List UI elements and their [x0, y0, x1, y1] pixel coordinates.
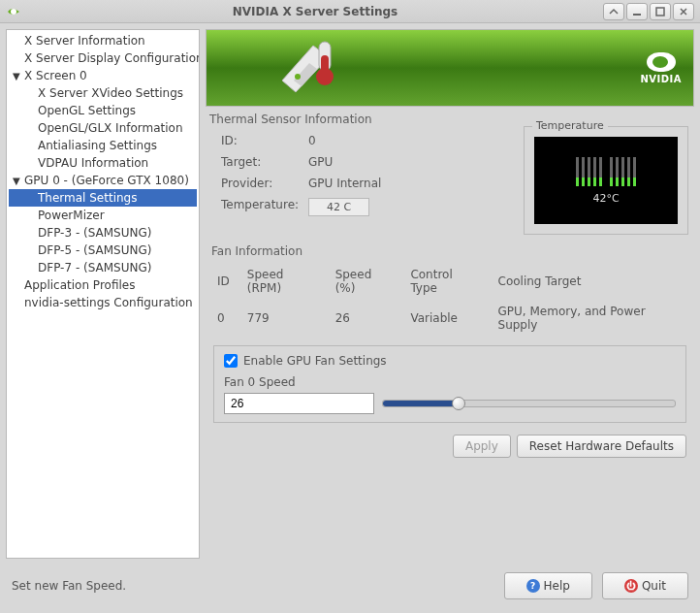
sidebar-item-3[interactable]: X Server XVideo Settings [9, 84, 197, 102]
close-button[interactable] [673, 3, 694, 20]
window-title: NVIDIA X Server Settings [233, 5, 398, 18]
thermal-id-label: ID: [221, 134, 308, 147]
apply-button[interactable]: Apply [453, 435, 511, 458]
fan-speed-label: Fan 0 Speed [224, 375, 676, 389]
app-icon [6, 4, 21, 19]
svg-rect-1 [633, 14, 641, 16]
sidebar-item-label: Thermal Settings [38, 191, 137, 205]
sidebar-item-10[interactable]: PowerMizer [9, 207, 197, 224]
thermal-temp-badge: 42 C [308, 198, 369, 216]
power-icon: ⏻ [624, 579, 638, 593]
titlebar: NVIDIA X Server Settings [0, 0, 700, 23]
sidebar-item-6[interactable]: Antialiasing Settings [9, 137, 197, 154]
thermal-temp-label: Temperature: [221, 198, 308, 216]
thermal-target-label: Target: [221, 155, 308, 169]
temperature-box-label: Temperature [532, 119, 608, 132]
sidebar-item-label: GPU 0 - (GeForce GTX 1080) [24, 174, 189, 187]
sidebar-item-0[interactable]: X Server Information [9, 32, 197, 49]
sidebar-item-label: OpenGL/GLX Information [38, 121, 183, 135]
fan-table: ID Speed (RPM) Speed (%) Control Type Co… [211, 262, 688, 338]
sidebar-item-9[interactable]: Thermal Settings [9, 189, 197, 207]
svg-point-8 [316, 68, 334, 85]
sidebar-item-label: OpenGL Settings [38, 104, 136, 117]
enable-fan-label: Enable GPU Fan Settings [243, 354, 387, 368]
svg-point-5 [295, 74, 301, 80]
fan-th-pct: Speed (%) [332, 264, 405, 299]
sidebar-item-label: Application Profiles [24, 278, 135, 292]
fan-th-ctrl: Control Type [406, 264, 492, 299]
thermal-id-value: 0 [308, 134, 316, 147]
sidebar-item-4[interactable]: OpenGL Settings [9, 102, 197, 119]
quit-button[interactable]: ⏻ Quit [602, 572, 688, 599]
temperature-box: Temperature 42°C [524, 126, 688, 235]
fan-target: GPU, Memory, and Power Supply [494, 301, 686, 336]
thermal-provider-label: Provider: [221, 177, 308, 190]
fan-id: 0 [213, 301, 241, 336]
fan-pct: 26 [332, 301, 405, 336]
fan-speed-input[interactable] [224, 393, 374, 414]
sidebar-item-12[interactable]: DFP-5 - (SAMSUNG) [9, 242, 197, 259]
sidebar-item-label: Antialiasing Settings [38, 139, 157, 152]
svg-rect-2 [656, 8, 664, 16]
help-icon: ? [526, 579, 540, 593]
fan-speed-slider[interactable] [382, 400, 676, 407]
sidebar-item-label: DFP-7 - (SAMSUNG) [38, 261, 151, 274]
sidebar-item-2[interactable]: ▼X Screen 0 [9, 67, 197, 84]
sidebar-item-5[interactable]: OpenGL/GLX Information [9, 119, 197, 137]
expand-arrow-icon[interactable]: ▼ [13, 176, 22, 186]
sidebar-item-label: VDPAU Information [38, 156, 148, 170]
nvidia-logo-text: NVIDIA [640, 74, 682, 84]
help-button[interactable]: ? Help [504, 572, 592, 599]
sidebar-item-label: X Server Display Configuration [24, 51, 200, 65]
sidebar-item-label: X Server XVideo Settings [38, 86, 183, 100]
sidebar-item-label: PowerMizer [38, 209, 105, 222]
thermal-provider-value: GPU Internal [308, 177, 381, 190]
thermal-banner-icon [274, 38, 352, 103]
nvidia-logo: NVIDIA [640, 52, 682, 84]
fan-rpm: 779 [243, 301, 330, 336]
fan-th-rpm: Speed (RPM) [243, 264, 330, 299]
sidebar: X Server InformationX Server Display Con… [6, 29, 200, 559]
banner: NVIDIA [206, 29, 694, 107]
enable-fan-checkbox[interactable] [224, 354, 238, 368]
sidebar-item-14[interactable]: Application Profiles [9, 276, 197, 294]
enable-fan-checkbox-row[interactable]: Enable GPU Fan Settings [224, 354, 676, 368]
temperature-display: 42°C [534, 137, 678, 224]
sidebar-item-label: X Server Information [24, 34, 145, 48]
reset-defaults-button[interactable]: Reset Hardware Defaults [517, 435, 686, 458]
sidebar-item-8[interactable]: ▼GPU 0 - (GeForce GTX 1080) [9, 172, 197, 189]
sidebar-item-11[interactable]: DFP-3 - (SAMSUNG) [9, 224, 197, 242]
fan-ctrl: Variable [406, 301, 492, 336]
sidebar-item-label: X Screen 0 [24, 69, 87, 82]
sidebar-item-7[interactable]: VDPAU Information [9, 154, 197, 172]
fan-row[interactable]: 0 779 26 Variable GPU, Memory, and Power… [213, 301, 686, 336]
slider-thumb[interactable] [452, 397, 465, 410]
fan-section-title: Fan Information [211, 239, 688, 262]
roll-up-button[interactable] [603, 3, 624, 20]
slider-fill [383, 401, 459, 406]
fan-th-id: ID [213, 264, 241, 299]
sidebar-item-1[interactable]: X Server Display Configuration [9, 49, 197, 67]
expand-arrow-icon[interactable]: ▼ [13, 71, 22, 81]
sidebar-item-13[interactable]: DFP-7 - (SAMSUNG) [9, 259, 197, 276]
maximize-button[interactable] [650, 3, 671, 20]
fan-th-target: Cooling Target [494, 264, 686, 299]
sidebar-item-15[interactable]: nvidia-settings Configuration [9, 294, 197, 311]
sidebar-item-label: DFP-3 - (SAMSUNG) [38, 226, 151, 240]
sidebar-item-label: DFP-5 - (SAMSUNG) [38, 243, 151, 257]
svg-point-0 [11, 9, 16, 15]
thermal-target-value: GPU [308, 155, 333, 169]
sidebar-item-label: nvidia-settings Configuration [24, 296, 193, 309]
temperature-display-value: 42°C [592, 192, 619, 205]
minimize-button[interactable] [626, 3, 648, 20]
status-text: Set new Fan Speed. [12, 579, 504, 593]
